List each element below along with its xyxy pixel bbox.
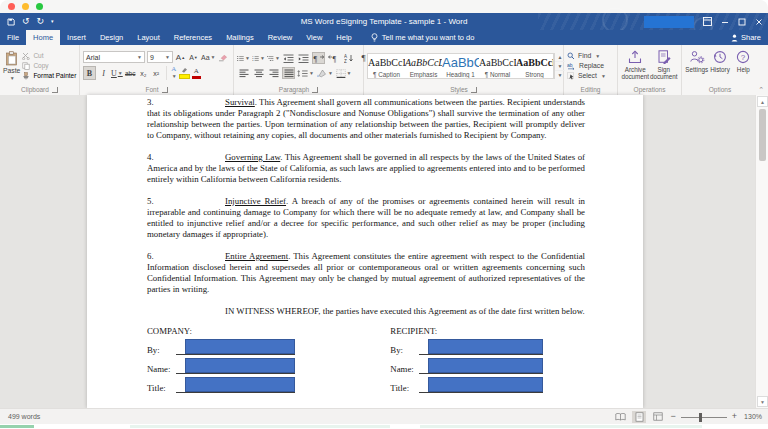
- style-chip-strong[interactable]: AaBbCcDsStrong: [516, 54, 553, 78]
- justify-button[interactable]: [282, 67, 295, 79]
- document-page[interactable]: 3.Survival. This Agreement shall govern …: [87, 95, 643, 408]
- save-icon[interactable]: [7, 18, 15, 26]
- esign-field[interactable]: [428, 339, 543, 354]
- help-button[interactable]: ?Help: [732, 47, 755, 84]
- style-chip-normal[interactable]: AaBbCcDd¶ Normal: [479, 54, 516, 78]
- tab-mailings[interactable]: Mailings: [219, 30, 261, 45]
- tab-file[interactable]: File: [0, 30, 26, 45]
- paste-button[interactable]: Paste ▼: [3, 47, 20, 84]
- bullets-button[interactable]: ▼: [237, 52, 250, 64]
- tab-references[interactable]: References: [167, 30, 219, 45]
- tab-layout[interactable]: Layout: [130, 30, 167, 45]
- numbering-button[interactable]: 123▼: [252, 52, 265, 64]
- font-size-combobox[interactable]: 9▼: [147, 51, 173, 63]
- select-button[interactable]: Select▼: [567, 72, 606, 80]
- rtl-direction-button[interactable]: ¶: [327, 52, 340, 64]
- tab-review[interactable]: Review: [261, 30, 300, 45]
- format-painter-button[interactable]: Format Painter: [22, 72, 76, 80]
- zoom-slider[interactable]: [681, 411, 727, 423]
- settings-button[interactable]: Settings: [685, 47, 708, 84]
- share-button[interactable]: Share: [731, 30, 761, 45]
- undo-icon[interactable]: ↺: [22, 17, 30, 26]
- tab-insert[interactable]: Insert: [60, 30, 93, 45]
- font-family-combobox[interactable]: Arial▼: [83, 51, 145, 63]
- highlight-color-button[interactable]: [179, 67, 190, 79]
- signature-line: [176, 357, 295, 374]
- scroll-up-icon[interactable]: ▲: [757, 96, 768, 107]
- scrollbar-thumb[interactable]: [759, 109, 766, 161]
- zoom-in-icon[interactable]: +: [732, 412, 737, 421]
- ribbon-display-options-icon[interactable]: [703, 17, 712, 26]
- scroll-down-icon[interactable]: ▼: [757, 396, 768, 407]
- esign-field[interactable]: [428, 377, 543, 392]
- bold-button[interactable]: B: [83, 66, 96, 80]
- clipboard-dialog-launcher[interactable]: [52, 87, 58, 93]
- italic-button[interactable]: I: [98, 67, 109, 79]
- line-spacing-button[interactable]: ▼: [297, 67, 314, 79]
- word-count[interactable]: 499 words: [8, 409, 40, 424]
- history-button[interactable]: History: [708, 47, 731, 84]
- esign-field[interactable]: [185, 377, 295, 392]
- grow-font-button[interactable]: A▲: [175, 51, 186, 63]
- restore-icon[interactable]: [738, 18, 746, 26]
- paragraph-dialog-launcher[interactable]: [312, 87, 318, 93]
- change-case-button[interactable]: Aa▼: [201, 51, 216, 63]
- zoom-out-icon[interactable]: −: [670, 412, 675, 421]
- ltr-direction-button[interactable]: ¶: [312, 52, 325, 64]
- esign-field[interactable]: [428, 358, 543, 373]
- tab-help[interactable]: Help: [329, 30, 358, 45]
- cut-button[interactable]: Cut: [22, 52, 76, 60]
- replace-button[interactable]: abReplace: [567, 62, 606, 70]
- zoom-traffic-light[interactable]: [36, 3, 43, 10]
- font-dialog-launcher[interactable]: [162, 87, 168, 93]
- zoom-slider-thumb[interactable]: [699, 413, 702, 422]
- sign-document-button[interactable]: Sign document: [650, 47, 679, 84]
- minimize-icon[interactable]: [721, 18, 729, 26]
- esign-field[interactable]: [185, 358, 295, 373]
- esign-field[interactable]: [185, 339, 295, 354]
- sort-button[interactable]: AZ: [342, 52, 355, 64]
- align-center-button[interactable]: [252, 67, 265, 79]
- font-color-button[interactable]: A: [192, 67, 201, 79]
- find-button[interactable]: Find▼: [567, 52, 606, 60]
- style-chip-heading1[interactable]: AaBbCcHeading 1: [442, 54, 479, 78]
- decrease-indent-button[interactable]: [282, 52, 295, 64]
- close-traffic-light[interactable]: [8, 3, 15, 10]
- align-right-button[interactable]: [267, 67, 280, 79]
- style-chip-emphasis[interactable]: AaBbCcDsEmphasis: [405, 54, 442, 78]
- print-layout-button[interactable]: [632, 411, 646, 423]
- paste-label: Paste: [3, 67, 20, 74]
- copy-button[interactable]: Copy: [22, 62, 76, 70]
- shrink-font-button[interactable]: A▼: [188, 51, 199, 63]
- minimize-traffic-light[interactable]: [22, 3, 29, 10]
- signature-block-recipient: RECIPIENT:By:Name:Title:: [390, 326, 585, 393]
- strikethrough-button[interactable]: abc: [125, 67, 136, 79]
- clear-formatting-icon[interactable]: [218, 53, 228, 62]
- subscript-button[interactable]: x₂: [138, 67, 149, 79]
- web-layout-button[interactable]: [651, 411, 665, 423]
- redo-icon[interactable]: ↻: [37, 17, 45, 26]
- archive-document-button[interactable]: Archive document: [621, 47, 650, 84]
- customize-qat-icon[interactable]: ▾: [51, 19, 54, 24]
- align-left-button[interactable]: [237, 67, 250, 79]
- zoom-level[interactable]: 130%: [742, 413, 762, 420]
- read-mode-button[interactable]: [613, 411, 627, 423]
- text-effects-button[interactable]: A▼: [171, 67, 177, 79]
- superscript-button[interactable]: x²: [151, 67, 162, 79]
- increase-indent-button[interactable]: [297, 52, 310, 64]
- sign-in-area[interactable]: [644, 16, 694, 28]
- style-chip-caption[interactable]: AaBbCcI¶ Caption: [368, 54, 405, 78]
- multilevel-list-button[interactable]: ▼: [267, 52, 280, 64]
- underline-button[interactable]: U▼: [111, 67, 123, 79]
- styles-dialog-launcher[interactable]: [471, 87, 477, 93]
- tell-me-box[interactable]: Tell me what you want to do: [371, 30, 475, 45]
- close-icon[interactable]: [755, 18, 763, 26]
- tab-design[interactable]: Design: [93, 30, 130, 45]
- shading-button[interactable]: ▼: [316, 67, 333, 79]
- font-family-value: Arial: [86, 54, 100, 61]
- borders-button[interactable]: ▼: [335, 67, 352, 79]
- vertical-scrollbar[interactable]: ▲ ▼: [755, 95, 768, 408]
- tab-view[interactable]: View: [299, 30, 329, 45]
- tab-home[interactable]: Home: [26, 30, 60, 45]
- collapse-ribbon-icon[interactable]: ⌃: [758, 86, 764, 94]
